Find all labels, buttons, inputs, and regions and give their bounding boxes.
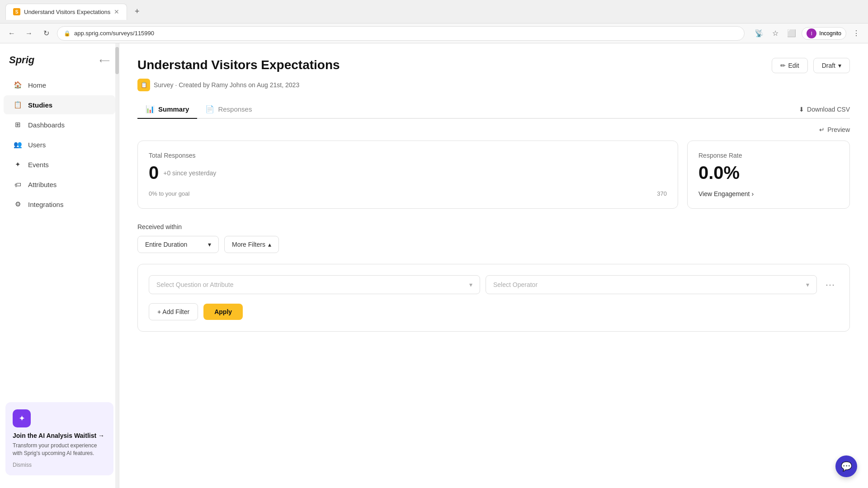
edit-icon: ✏: [780, 62, 786, 69]
total-responses-number: 0: [149, 163, 159, 183]
operator-select[interactable]: Select Operator ▾: [486, 275, 817, 294]
edit-label: Edit: [788, 62, 799, 69]
sidebar-collapse-button[interactable]: ⟵: [99, 56, 110, 65]
browser-titlebar: S Understand Visitors Expectations ✕ +: [0, 0, 868, 23]
question-attribute-chevron-icon: ▾: [469, 281, 472, 288]
menu-button[interactable]: ⋮: [850, 27, 863, 40]
filters-row: Entire Duration ▾ More Filters ▴: [137, 236, 850, 253]
bookmark-button[interactable]: ☆: [769, 27, 782, 40]
new-tab-button[interactable]: +: [131, 5, 143, 18]
sidebar-item-events[interactable]: ✦ Events: [4, 155, 115, 174]
sidebar-item-studies[interactable]: 📋 Studies: [4, 95, 115, 114]
stats-row: Total Responses 0 +0 since yesterday 0% …: [137, 141, 850, 209]
window-button[interactable]: ⬜: [785, 27, 798, 40]
goal-pct-label: 0% to your goal: [149, 190, 189, 197]
tab-summary[interactable]: 📊 Summary: [137, 100, 197, 119]
attributes-icon: 🏷: [13, 179, 23, 189]
question-attribute-placeholder: Select Question or Attribute: [156, 281, 233, 288]
page-header: Understand Visitors Expectations ✏ Edit …: [137, 58, 850, 73]
logo-text: Sprig: [9, 54, 34, 66]
response-rate-label: Response Rate: [698, 152, 839, 159]
tab-close-button[interactable]: ✕: [114, 8, 119, 15]
ai-dismiss-button[interactable]: Dismiss: [13, 462, 106, 468]
total-responses-footer: 0% to your goal 370: [149, 190, 667, 197]
sidebar-item-attributes[interactable]: 🏷 Attributes: [4, 175, 115, 194]
operator-placeholder: Select Operator: [493, 281, 538, 288]
sidebar-scroll-thumb: [115, 47, 119, 74]
goal-num-label: 370: [657, 190, 667, 197]
page-title: Understand Visitors Expectations: [137, 58, 340, 72]
duration-dropdown[interactable]: Entire Duration ▾: [137, 236, 219, 253]
download-csv-button[interactable]: ⬇ Download CSV: [799, 100, 850, 118]
total-responses-delta: +0 since yesterday: [163, 169, 216, 177]
add-filter-button[interactable]: + Add Filter: [149, 303, 198, 320]
responses-tab-icon: 📄: [205, 105, 214, 113]
events-icon: ✦: [13, 160, 23, 169]
survey-badge: 📋: [137, 79, 150, 91]
apply-button[interactable]: Apply: [203, 304, 243, 320]
preview-icon: ↵: [819, 126, 825, 133]
browser-tab[interactable]: S Understand Visitors Expectations ✕: [5, 4, 127, 20]
sidebar-item-users[interactable]: 👥 Users: [4, 135, 115, 154]
sidebar-item-dashboards[interactable]: ⊞ Dashboards: [4, 115, 115, 134]
header-actions: ✏ Edit Draft ▾: [772, 58, 850, 73]
response-rate-card: Response Rate 0.0% View Engagement ›: [687, 141, 850, 209]
received-within-section: Received within Entire Duration ▾ More F…: [137, 223, 850, 253]
question-attribute-select[interactable]: Select Question or Attribute ▾: [149, 275, 480, 294]
summary-tab-label: Summary: [158, 105, 189, 113]
more-filters-label: More Filters: [232, 241, 265, 248]
subtitle-text: Survey · Created by Ramy Johns on Aug 21…: [154, 81, 299, 89]
filter-actions: + Add Filter Apply: [149, 303, 839, 320]
response-rate-number: 0.0%: [698, 163, 740, 183]
forward-button[interactable]: →: [23, 27, 35, 40]
total-responses-card: Total Responses 0 +0 since yesterday 0% …: [137, 141, 678, 209]
back-button[interactable]: ←: [5, 27, 18, 40]
more-filters-chevron-icon: ▴: [268, 241, 271, 248]
edit-button[interactable]: ✏ Edit: [772, 58, 808, 73]
refresh-button[interactable]: ↻: [40, 27, 52, 40]
sidebar-item-events-label: Events: [28, 161, 49, 169]
integrations-icon: ⚙: [13, 199, 23, 209]
total-responses-value: 0 +0 since yesterday: [149, 163, 667, 183]
incognito-avatar: I: [807, 28, 816, 38]
draft-label: Draft: [822, 62, 835, 69]
sidebar-item-home[interactable]: 🏠 Home: [4, 75, 115, 94]
download-icon: ⬇: [799, 106, 804, 113]
cast-button[interactable]: 📡: [753, 27, 765, 40]
filter-fields-row: Select Question or Attribute ▾ Select Op…: [149, 275, 839, 294]
sidebar-scrollbar[interactable]: [115, 43, 119, 488]
address-bar[interactable]: 🔒 app.sprig.com/surveys/115990: [57, 26, 745, 41]
tab-favicon: S: [13, 8, 20, 15]
lock-icon: 🔒: [64, 30, 71, 37]
browser-controls: ← → ↻ 🔒 app.sprig.com/surveys/115990 📡 ☆…: [0, 23, 868, 43]
duration-chevron-icon: ▾: [208, 241, 211, 248]
sidebar-item-home-label: Home: [28, 81, 46, 89]
logo-area: Sprig ⟵: [0, 51, 119, 75]
preview-button[interactable]: ↵ Preview: [819, 126, 850, 133]
page-subtitle: 📋 Survey · Created by Ramy Johns on Aug …: [137, 79, 850, 91]
sidebar-item-integrations[interactable]: ⚙ Integrations: [4, 195, 115, 214]
view-engagement-button[interactable]: View Engagement ›: [698, 190, 754, 197]
summary-tab-icon: 📊: [146, 105, 155, 113]
tab-responses[interactable]: 📄 Responses: [197, 100, 260, 119]
preview-label: Preview: [827, 126, 850, 133]
sidebar-item-integrations-label: Integrations: [28, 201, 63, 208]
tab-title: Understand Visitors Expectations: [24, 9, 110, 15]
filter-card: Select Question or Attribute ▾ Select Op…: [137, 264, 850, 332]
draft-button[interactable]: Draft ▾: [813, 58, 850, 73]
incognito-badge[interactable]: I Incognito: [802, 27, 846, 40]
response-rate-footer: View Engagement ›: [698, 190, 839, 197]
home-icon: 🏠: [13, 80, 23, 90]
duration-label: Entire Duration: [145, 241, 187, 248]
view-engagement-label: View Engagement: [698, 190, 750, 197]
download-csv-label: Download CSV: [807, 106, 850, 113]
studies-icon: 📋: [13, 100, 23, 110]
sidebar-item-users-label: Users: [28, 141, 46, 149]
sidebar-item-attributes-label: Attributes: [28, 181, 57, 188]
response-rate-value: 0.0%: [698, 163, 839, 183]
chat-widget[interactable]: 💬: [835, 455, 857, 477]
users-icon: 👥: [13, 140, 23, 150]
more-filters-button[interactable]: More Filters ▴: [224, 236, 279, 253]
filter-more-options-button[interactable]: ···: [822, 277, 839, 293]
sidebar-item-studies-label: Studies: [28, 101, 52, 109]
